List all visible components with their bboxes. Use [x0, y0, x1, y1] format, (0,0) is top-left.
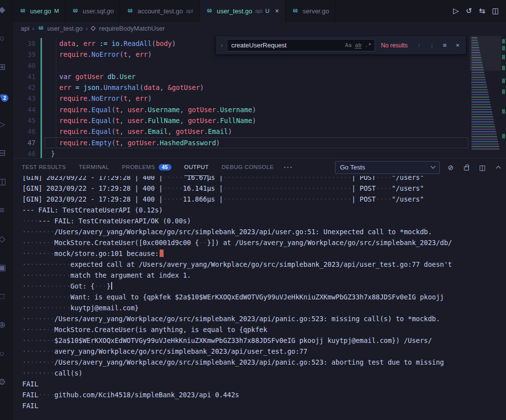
find-in-selection-icon[interactable]: ≡	[439, 40, 450, 51]
source-control-icon[interactable]: ●2	[0, 90, 9, 103]
tab-account_test.go[interactable]: GOaccount_test.goapi	[120, 0, 199, 22]
lock-icon[interactable]	[462, 163, 471, 172]
code-token: (	[120, 94, 124, 102]
breadcrumb-item[interactable]: requireBodyMatchUser	[99, 25, 165, 32]
code-line[interactable]: 42err = json.Unmarshal(data, &gotUser)	[13, 82, 469, 93]
output-segment: ··	[46, 315, 54, 323]
code-line[interactable]: 47require.Empty(t, gotUser.HashedPasswor…	[13, 137, 469, 148]
code-text: require.Equal(t, user.FullName, gotUser.…	[42, 115, 256, 126]
code-token: }	[51, 150, 55, 158]
output-segment: ··	[30, 358, 38, 366]
search-input[interactable]: createUserRequest Aa ab .*	[227, 39, 375, 51]
code-line[interactable]: 43require.NoError(t, err)	[13, 93, 469, 104]
panel-tab-terminal[interactable]: TERMINAL	[79, 159, 109, 176]
breadcrumb-item[interactable]: api	[21, 25, 29, 32]
code-token: Email	[208, 127, 228, 135]
maximize-panel-icon[interactable]	[493, 163, 503, 172]
output-segment: ··	[46, 293, 54, 301]
panel-tab-test-results[interactable]: TEST RESULTS	[22, 159, 66, 176]
breadcrumb-item[interactable]: user_test.go	[47, 25, 83, 32]
tab-user.sql.go[interactable]: GOuser.sql.go	[65, 0, 120, 22]
panel-tab-output[interactable]: OUTPUT	[184, 159, 209, 176]
code-token: .	[144, 106, 148, 114]
more-panel-tabs-icon[interactable]: ···	[284, 163, 293, 172]
output-segment: ··	[30, 239, 38, 247]
minimap[interactable]	[469, 35, 501, 158]
code-line[interactable]: 45require.Equal(t, user.FullName, gotUse…	[13, 115, 469, 126]
output-segment: FAIL	[22, 380, 39, 388]
output-line: ········$2a$10$WErKXOQxEdWOTVGy99uVJeHkK…	[22, 335, 506, 346]
output-segment: | POST	[352, 184, 376, 192]
panel-tab-debug-console[interactable]: DEBUG CONSOLE	[221, 159, 274, 176]
output-channel-select[interactable]: Go Tests	[335, 161, 440, 174]
output-line: ········/Users/avery_yang/Workplace/go/s…	[22, 357, 506, 368]
todo-icon[interactable]: □	[0, 291, 9, 303]
ruler-change-mark	[502, 66, 505, 70]
code-text	[42, 60, 59, 71]
output-segment: "/users"	[392, 195, 424, 203]
code-token: .	[216, 117, 220, 125]
minimap-line	[471, 126, 495, 127]
output-segment: ··	[30, 282, 38, 290]
output-segment: ····	[54, 271, 71, 279]
panel-tab-label: DEBUG CONSOLE	[221, 164, 274, 170]
output-segment: /Users/avery_yang/Workplace/go/src/simpl…	[54, 315, 440, 323]
tab-user.go[interactable]: GOuser.goM	[13, 0, 65, 22]
code-token: (	[112, 127, 116, 135]
ruler-change-mark	[502, 79, 505, 83]
breadcrumb[interactable]: api›GOuser_test.go›requireBodyMatchUser	[13, 22, 506, 35]
tab-user_test.go[interactable]: GOuser_test.goapiU×	[200, 0, 286, 22]
code-token: var	[59, 73, 71, 81]
settings-gear-icon[interactable]: ⚙	[0, 377, 9, 389]
minimap-line	[471, 104, 491, 105]
extensions-icon[interactable]: ⊞	[0, 61, 9, 74]
panel-tab-label: TEST RESULTS	[22, 164, 66, 170]
close-find-icon[interactable]: ×	[452, 40, 463, 51]
code-line[interactable]: 44require.Equal(t, user.Username, gotUse…	[13, 104, 469, 115]
explorer-icon[interactable]: ◆	[0, 4, 9, 17]
chat-icon[interactable]: ⊕	[0, 319, 9, 332]
output-line: ········mock/store.go:101 because:	[22, 248, 506, 259]
test-explorer-icon[interactable]: ≡	[0, 205, 9, 217]
code-token: user	[127, 117, 144, 125]
panel-tab-problems[interactable]: PROBLEMS45	[122, 159, 171, 176]
code-token: body	[156, 40, 172, 47]
clear-output-icon[interactable]: ⊘	[446, 163, 456, 172]
toggle-replace-icon[interactable]: ›	[219, 42, 225, 49]
match-case-icon[interactable]: Aa	[343, 41, 353, 50]
search-icon[interactable]: ○	[0, 33, 9, 45]
output-segment: "/users"	[392, 184, 424, 192]
code-text: }	[42, 148, 55, 158]
code-line[interactable]: 46require.Equal(t, user.Email, gotUser.E…	[13, 126, 469, 137]
remote-icon[interactable]: ⊟	[0, 147, 9, 160]
database-icon[interactable]: ◇	[0, 233, 9, 246]
code-editor[interactable]: 38data, err := io.ReadAll(body)39require…	[13, 35, 506, 158]
history-icon[interactable]: ↺	[466, 6, 472, 15]
run-icon[interactable]: ▷	[453, 6, 459, 15]
code-line[interactable]: 40	[13, 60, 469, 71]
previous-match-icon[interactable]: ↑	[414, 40, 424, 51]
tab-server.go[interactable]: GOserver.go	[286, 0, 336, 22]
code-line[interactable]: 48}	[13, 148, 469, 158]
main-area: GOuser.goMGOuser.sql.goGOaccount_test.go…	[13, 0, 506, 420]
close-tab-icon[interactable]: ×	[275, 7, 279, 14]
minimap-slider[interactable]	[469, 36, 501, 71]
split-editor-icon[interactable]: ◫	[492, 6, 499, 15]
split-panel-icon[interactable]: ◫	[477, 163, 487, 172]
code-line[interactable]: 41var gotUser db.User	[13, 71, 469, 82]
docker-icon[interactable]: ◫	[0, 176, 9, 189]
output-segment: ·····	[163, 184, 183, 192]
minimap-line	[471, 109, 492, 110]
output-segment: MockStore.CreateUser(is anything, is equ…	[54, 326, 267, 334]
regex-icon[interactable]: .*	[363, 41, 373, 50]
code-token: t	[116, 127, 120, 135]
bookmark-icon[interactable]: ▣	[0, 262, 9, 275]
whole-word-icon[interactable]: ab	[353, 41, 363, 50]
account-icon[interactable]: ○	[0, 348, 9, 361]
compare-changes-icon[interactable]: ⇆	[479, 6, 485, 15]
output-segment: avery_yang/Workplace/go/src/simplebank_2…	[54, 347, 307, 355]
next-match-icon[interactable]: ↓	[426, 40, 437, 51]
run-debug-icon[interactable]: ▷	[0, 119, 9, 131]
minimap-line	[471, 128, 496, 130]
output-log[interactable]: [GIN] 2023/09/22 - 17:29:28 | 400 |·····…	[13, 176, 506, 420]
